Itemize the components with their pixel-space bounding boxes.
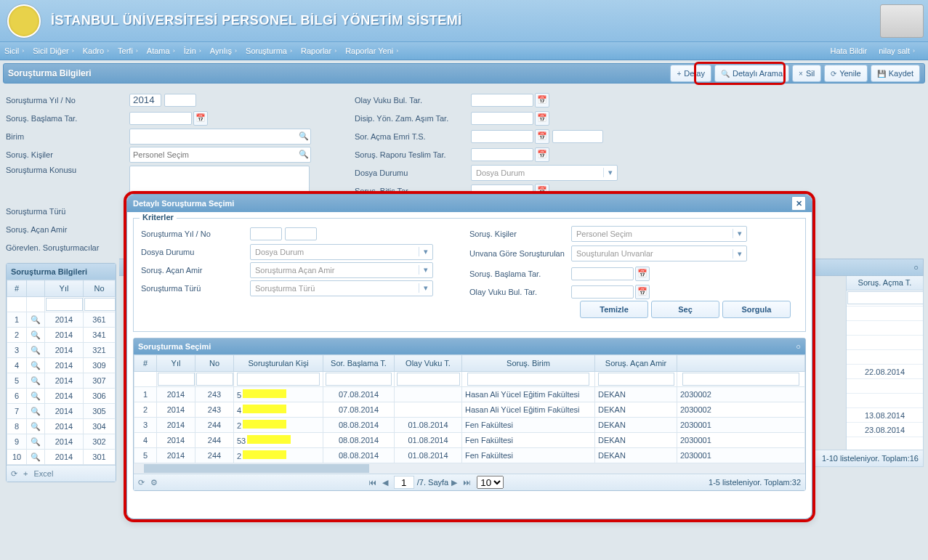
modal-kisiler-combo[interactable]: Personel Seçim▾ — [571, 226, 747, 242]
table-row[interactable]: 1🔍2014361 — [7, 312, 116, 328]
modal-type-combo[interactable]: Soruşturma Türü▾ — [250, 280, 433, 296]
calendar-icon[interactable]: 📅 — [535, 147, 549, 162]
advanced-search-button[interactable]: 🔍Detaylı Arama — [714, 65, 789, 82]
filter-amir[interactable] — [598, 373, 674, 386]
report-bug-link[interactable]: Hata Bildir — [830, 46, 867, 55]
chevron-down-icon[interactable]: ▾ — [419, 247, 432, 256]
chevron-down-icon[interactable]: ▾ — [419, 283, 432, 293]
horizontal-scrollbar[interactable] — [134, 463, 805, 474]
page-input[interactable] — [394, 476, 414, 489]
search-icon[interactable]: 🔍 — [297, 150, 310, 159]
row-search-icon[interactable]: 🔍 — [27, 343, 45, 358]
menu-terfi[interactable]: Terfi› — [118, 46, 142, 55]
modal-no-input[interactable] — [285, 227, 317, 240]
row-search-icon[interactable]: 🔍 — [27, 389, 45, 404]
collapse-icon[interactable]: ○ — [913, 263, 919, 272]
modal-dosya-combo[interactable]: Dosya Durum▾ — [250, 244, 433, 260]
row-search-icon[interactable]: 🔍 — [27, 312, 45, 328]
disip-date-input[interactable] — [471, 112, 533, 125]
table-row[interactable]: 3🔍2014321 — [7, 343, 116, 358]
year-input[interactable] — [129, 94, 161, 107]
row-search-icon[interactable]: 🔍 — [27, 328, 45, 343]
refresh-icon[interactable]: ⟳ — [138, 478, 145, 487]
user-menu[interactable]: nilay salt› — [879, 46, 919, 55]
clear-button[interactable]: Temizle — [580, 301, 648, 318]
filter-soracma[interactable] — [847, 291, 924, 304]
collapse-icon[interactable]: ○ — [796, 342, 801, 351]
next-page-icon[interactable]: ▶ — [451, 478, 457, 487]
row-search-icon[interactable]: 🔍 — [27, 434, 45, 450]
table-row[interactable]: 12014243507.08.2014Hasan Ali Yücel Eğiti… — [134, 387, 805, 402]
calendar-icon[interactable]: 📅 — [635, 285, 650, 299]
modal-year-input[interactable] — [250, 227, 282, 240]
menu-kadro[interactable]: Kadro› — [83, 46, 113, 55]
modal-close-button[interactable]: ✕ — [791, 196, 806, 211]
table-row[interactable]: 7🔍2014305 — [7, 404, 116, 419]
soracma-date-input[interactable] — [471, 130, 533, 143]
save-button[interactable]: 💾Kaydet — [871, 65, 920, 82]
modal-event-date-input[interactable] — [571, 285, 634, 299]
table-row[interactable]: 52014244208.08.201401.08.2014Fen Fakülte… — [134, 448, 805, 463]
filter-kisi[interactable] — [237, 373, 320, 386]
menu-atama[interactable]: Atama› — [147, 46, 179, 55]
refresh-icon[interactable]: ⟳ — [11, 469, 17, 479]
search-icon[interactable]: 🔍 — [297, 131, 310, 141]
menu-ayrilis[interactable]: Ayrılış› — [210, 46, 241, 55]
unit-input[interactable] — [130, 131, 297, 142]
modal-unvan-combo[interactable]: Souşturulan Unvanlar▾ — [571, 245, 747, 261]
table-row[interactable]: 9🔍2014302 — [7, 434, 116, 450]
table-row[interactable]: 420142445308.08.201401.08.2014Fen Fakült… — [134, 433, 805, 448]
dosya-combo[interactable]: Dosya Durum▾ — [471, 165, 618, 181]
people-lookup[interactable]: 🔍 — [129, 147, 311, 163]
row-search-icon[interactable]: 🔍 — [27, 358, 45, 373]
modal-start-date-input[interactable] — [571, 267, 634, 280]
chevron-down-icon[interactable]: ▾ — [419, 265, 432, 275]
query-button[interactable]: Sorgula — [722, 301, 791, 318]
filter-code[interactable] — [682, 373, 800, 386]
unit-lookup[interactable]: 🔍 — [129, 129, 311, 145]
table-row[interactable]: 10🔍2014301 — [7, 450, 116, 465]
menu-sicil[interactable]: Sicil› — [4, 46, 28, 55]
prev-page-icon[interactable]: ◀ — [382, 478, 388, 487]
refresh-button[interactable]: ⟳Yenile — [824, 65, 868, 82]
filter-olay[interactable] — [397, 373, 460, 386]
table-row[interactable]: 8🔍2014304 — [7, 419, 116, 434]
calendar-icon[interactable]: 📅 — [535, 111, 549, 126]
soracma-no-input[interactable] — [552, 130, 603, 143]
filter-bas[interactable] — [326, 373, 392, 386]
menu-sicil-diger[interactable]: Sicil Diğer› — [33, 46, 78, 55]
calendar-icon[interactable]: 📅 — [193, 111, 208, 126]
chevron-down-icon[interactable]: ▾ — [733, 229, 746, 238]
settings-icon[interactable]: ⚙ — [150, 478, 158, 487]
teslim-date-input[interactable] — [471, 148, 533, 161]
table-row[interactable]: 22014243407.08.2014Hasan Ali Yücel Eğiti… — [134, 402, 805, 418]
select-button[interactable]: Seç — [651, 301, 719, 318]
last-page-icon[interactable]: ⏭ — [463, 478, 471, 487]
modal-amir-combo[interactable]: Soruşturma Açan Amir▾ — [250, 262, 433, 278]
row-search-icon[interactable]: 🔍 — [27, 450, 45, 465]
detail-button[interactable]: +Detay — [670, 65, 711, 82]
table-row[interactable]: 32014244208.08.201401.08.2014Fen Fakülte… — [134, 418, 805, 433]
table-row[interactable]: 5🔍2014307 — [7, 373, 116, 389]
menu-raporlar[interactable]: Raporlar› — [301, 46, 341, 55]
filter-birim[interactable] — [467, 373, 589, 386]
chevron-down-icon[interactable]: ▾ — [603, 168, 617, 177]
menu-izin[interactable]: İzin› — [184, 46, 206, 55]
page-size-select[interactable]: 10 — [477, 476, 504, 489]
table-row[interactable]: 4🔍2014309 — [7, 358, 116, 373]
row-search-icon[interactable]: 🔍 — [27, 373, 45, 389]
filter-yil2[interactable] — [158, 373, 195, 386]
table-row[interactable]: 2🔍2014341 — [7, 328, 116, 343]
filter-no[interactable] — [84, 298, 116, 311]
calendar-icon[interactable]: 📅 — [535, 129, 549, 144]
filter-yil[interactable] — [46, 298, 83, 311]
menu-sorusturma[interactable]: Soruşturma› — [246, 46, 296, 55]
menu-raporlar-yeni[interactable]: Raporlar Yeni› — [345, 46, 403, 55]
calendar-icon[interactable]: 📅 — [635, 267, 650, 281]
table-row[interactable]: 6🔍2014306 — [7, 389, 116, 404]
no-input[interactable] — [164, 94, 196, 107]
row-search-icon[interactable]: 🔍 — [27, 419, 45, 434]
chevron-down-icon[interactable]: ▾ — [733, 249, 746, 259]
row-search-icon[interactable]: 🔍 — [27, 404, 45, 419]
start-date-input[interactable] — [129, 112, 192, 125]
